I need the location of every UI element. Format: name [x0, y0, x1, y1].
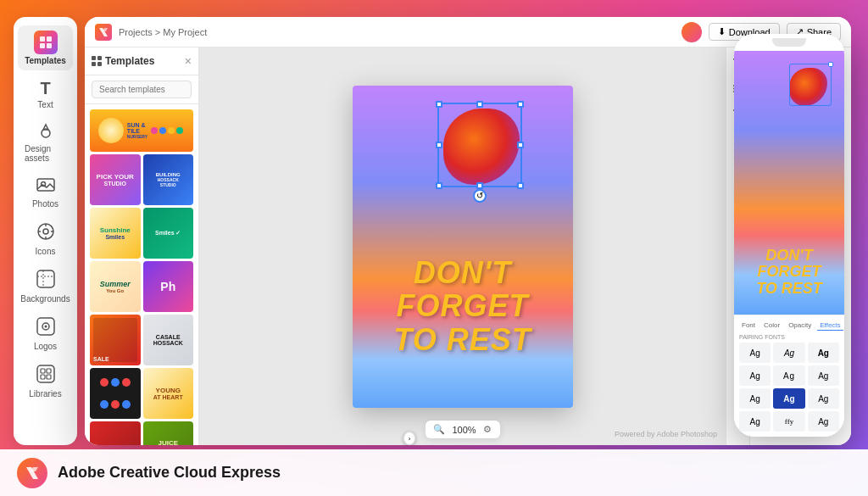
rotate-handle[interactable]: ↺ — [473, 189, 487, 203]
selection-handle-bm[interactable] — [476, 182, 483, 189]
search-input[interactable] — [92, 81, 192, 98]
selection-box: ↺ — [437, 103, 522, 187]
sidebar-label-icons: Icons — [36, 247, 56, 256]
phone-canvas: DON'T FORGET TO REST — [734, 51, 844, 315]
phone-tab-effects[interactable]: Effects — [817, 320, 843, 331]
sidebar-item-text[interactable]: T Text — [18, 74, 73, 114]
template-thumb-orange-sale[interactable]: SALE — [90, 315, 141, 365]
template-thumb-ph[interactable]: Ph — [143, 261, 194, 312]
sidebar-item-icons[interactable]: Icons — [18, 217, 73, 261]
font-sample-5[interactable]: Ag — [808, 365, 839, 386]
canvas-main-text: DON'T FORGET TO REST — [361, 256, 565, 357]
svg-rect-20 — [41, 375, 45, 379]
sidebar-item-backgrounds[interactable]: Backgrounds — [18, 265, 73, 309]
sidebar-label-libraries: Libraries — [29, 389, 61, 398]
blob-image — [443, 109, 520, 185]
sidebar-item-design-assets[interactable]: Design assets — [18, 118, 73, 168]
font-sample-8[interactable]: Ag — [808, 388, 839, 409]
panel-header: Templates × — [85, 47, 198, 75]
zoom-out-icon[interactable]: 🔍 — [433, 424, 445, 435]
font-sample-6[interactable]: Ag — [739, 388, 771, 409]
phone-bottom-panel: Font Color Opacity Effects PAIRING FONTS… — [734, 315, 844, 437]
logos-icon — [36, 317, 55, 340]
panel-title: Templates — [92, 55, 154, 67]
svg-rect-24 — [92, 62, 96, 66]
libraries-icon — [36, 365, 55, 387]
arrow-icon[interactable]: › — [403, 432, 415, 445]
template-thumb-casale[interactable]: CASALE HOSSACK — [143, 315, 194, 365]
template-thumb-dots[interactable] — [90, 368, 141, 419]
template-thumb-juice[interactable]: JUICE MENU — [143, 421, 194, 445]
breadcrumb: Projects > My Project — [119, 27, 207, 37]
template-thumb-building[interactable]: BUILDING HOSSACK STUDIO — [143, 154, 194, 205]
sidebar-label-photos: Photos — [32, 199, 58, 209]
selection-handle-br[interactable] — [517, 182, 524, 189]
svg-rect-1 — [47, 36, 52, 42]
font-sample-0[interactable]: Ag — [739, 343, 771, 363]
phone-mockup: DON'T FORGET TO REST Font Color Opacity … — [734, 34, 844, 437]
design-canvas: DON'T FORGET TO REST — [353, 86, 573, 408]
selection-handle-tm[interactable] — [476, 101, 483, 108]
design-assets-icon — [36, 123, 55, 142]
svg-point-16 — [44, 326, 47, 328]
template-thumb-green[interactable]: Smiles ✓ — [143, 208, 194, 259]
selection-handle-bl[interactable] — [436, 182, 442, 189]
sidebar-label-backgrounds: Backgrounds — [20, 294, 70, 304]
svg-rect-19 — [47, 369, 51, 373]
phone-canvas-text: DON'T FORGET TO REST — [756, 248, 822, 298]
svg-rect-0 — [40, 36, 45, 42]
phone-tab-color[interactable]: Color — [761, 320, 782, 331]
sidebar-item-logos[interactable]: Logos — [18, 312, 73, 356]
font-sample-1[interactable]: Ag — [773, 343, 804, 363]
font-sample-2[interactable]: Ag — [808, 343, 839, 363]
phone-panel-subtitle: PAIRING FONTS — [739, 334, 839, 340]
template-grid: SUN & TILE NURSERY — [85, 104, 198, 445]
zoom-settings-icon[interactable]: ⚙ — [483, 424, 492, 435]
svg-point-8 — [43, 229, 48, 234]
selection-handle-tl[interactable] — [436, 101, 442, 108]
left-sidebar: Templates T Text Design assets Photos — [14, 17, 77, 445]
template-thumb-pink[interactable]: PICK YOUR STUDIO — [90, 154, 141, 205]
template-thumb-smiles[interactable]: Sunshine Smiles — [90, 208, 141, 259]
powered-by-text: Powered by Adobe Photoshop — [615, 430, 717, 438]
sidebar-label-design-assets: Design assets — [25, 144, 66, 163]
template-thumb-big-annual[interactable]: BIG ANNUAL — [90, 421, 141, 445]
template-thumb-summer[interactable]: Summer You Go — [90, 261, 141, 312]
top-bar: Projects > My Project ⬇ Download ↗ Share — [85, 17, 851, 47]
svg-rect-13 — [37, 270, 54, 287]
sidebar-label-logos: Logos — [34, 342, 57, 351]
svg-rect-18 — [41, 369, 45, 373]
sidebar-item-libraries[interactable]: Libraries — [18, 359, 73, 404]
font-sample-9[interactable]: Ag — [739, 411, 771, 432]
canvas-background: DON'T FORGET TO REST — [353, 86, 573, 408]
selection-handle-lm[interactable] — [436, 142, 442, 148]
font-sample-7[interactable]: Ag — [773, 388, 804, 409]
cc-logo — [17, 458, 47, 488]
phone-notch — [734, 34, 844, 51]
svg-rect-21 — [47, 375, 51, 379]
svg-rect-22 — [92, 56, 96, 60]
sidebar-item-photos[interactable]: Photos — [18, 171, 73, 214]
sidebar-item-templates[interactable]: Templates — [18, 25, 73, 70]
phone-tab-font[interactable]: Font — [739, 320, 758, 331]
panel-templates-icon — [92, 56, 102, 66]
template-thumb-sun-tile[interactable]: SUN & TILE NURSERY — [90, 109, 193, 152]
font-sample-10[interactable]: ffy — [773, 411, 804, 432]
font-sample-4[interactable]: Ag — [773, 365, 804, 386]
panel-expand-arrow[interactable]: › — [403, 432, 416, 445]
selection-handle-rm[interactable] — [517, 142, 524, 148]
panel-close-button[interactable]: × — [185, 54, 192, 68]
selection-handle-tr[interactable] — [517, 101, 524, 108]
font-sample-11[interactable]: Ag — [808, 411, 839, 432]
app-logo — [95, 24, 112, 41]
phone-tab-opacity[interactable]: Opacity — [786, 320, 814, 331]
user-avatar[interactable] — [682, 22, 702, 42]
search-box — [85, 75, 198, 104]
svg-rect-25 — [97, 62, 102, 66]
template-thumb-young[interactable]: YOUNG AT HEART — [143, 368, 194, 419]
font-sample-3[interactable]: Ag — [739, 365, 771, 386]
icons-icon — [36, 222, 55, 245]
templates-panel: Templates × SUN & TILE NURSERY — [85, 47, 199, 445]
canvas-bottom-bar: 🔍 100% ⚙ — [425, 421, 499, 438]
phone-notch-dot — [772, 38, 806, 47]
